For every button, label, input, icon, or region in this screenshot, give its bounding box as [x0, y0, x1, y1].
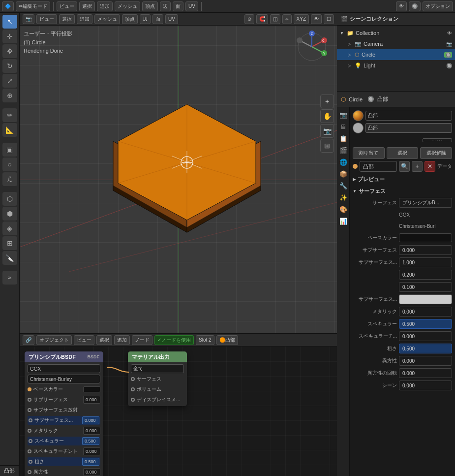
metallic-value[interactable]: 0.000	[83, 427, 100, 435]
circle-render-icon[interactable]: 🔘	[444, 52, 452, 58]
viewport-3d[interactable]: ユーザー・平行投影 (1) Circle Rendering Done X Y	[20, 26, 337, 333]
scene-props-icon[interactable]: 🎬	[338, 145, 349, 156]
select-btn[interactable]: 選択	[387, 147, 419, 159]
overlay-btn[interactable]: 👁	[311, 14, 322, 24]
slot-dropdown[interactable]: Slot 2	[196, 335, 214, 345]
sidebar-lasso-select[interactable]: ℒ	[2, 172, 17, 186]
material-name-field-1[interactable]: 凸部	[365, 111, 452, 121]
collection-toggle[interactable]: ▼	[340, 31, 345, 35]
material-browse-btn[interactable]: 🔍	[399, 161, 410, 172]
camera-btn[interactable]: 📷	[320, 124, 334, 138]
basecolor-value[interactable]	[399, 233, 452, 242]
proportional-edit[interactable]: ⊙	[244, 14, 254, 24]
output-type-select[interactable]: 全て	[131, 364, 184, 373]
material-name-field-2[interactable]: 凸部	[365, 123, 452, 133]
bsdf-subsurface-select[interactable]: Christensen-Burley	[28, 375, 100, 383]
hexagon-object[interactable]	[74, 75, 300, 273]
node-canvas[interactable]: プリンシプルBSDF BSDF GGX Christensen-Burley ベ…	[20, 347, 337, 476]
sidebar-transform-tool[interactable]: ⊕	[2, 89, 17, 102]
subsurface4-value[interactable]: 0.100	[399, 282, 452, 292]
uv-menu[interactable]: UV	[185, 1, 198, 11]
sidebar-rotate-tool[interactable]: ↻	[2, 59, 17, 73]
tree-item-light[interactable]: ▷ 💡 Light 🔘	[337, 60, 455, 71]
material-new-btn[interactable]: +	[412, 161, 423, 172]
edge-menu[interactable]: 辺	[160, 1, 171, 11]
sidebar-smooth-vertex[interactable]: ≈	[2, 271, 17, 285]
add-menu[interactable]: 追加	[97, 1, 113, 11]
data-props-icon[interactable]: 📊	[338, 216, 349, 226]
pan-btn[interactable]: ✋	[320, 109, 334, 123]
viewport-view-menu[interactable]: ビュー	[36, 14, 57, 24]
material-remove-btn[interactable]: ✕	[425, 161, 435, 172]
view-menu[interactable]: ビュー	[57, 1, 77, 11]
viewport-gizmo[interactable]: X Y Z	[295, 30, 329, 65]
output-node[interactable]: マテリアル出力 全て サーフェス ボリューム	[128, 351, 187, 406]
subsurface-value[interactable]: 0.000	[83, 396, 100, 404]
roughness-value[interactable]: 0.500	[399, 344, 452, 353]
node-editor-type-btn[interactable]: 🔗	[23, 335, 34, 345]
sidebar-move-tool[interactable]: ✥	[2, 44, 17, 58]
roughness-value[interactable]: 0.500	[82, 458, 99, 466]
subsurface3-value[interactable]: 0.200	[399, 270, 452, 280]
modifier-props-icon[interactable]: 🔧	[338, 180, 349, 191]
face-menu[interactable]: 面	[173, 1, 183, 11]
speculartint-value[interactable]: 0.000	[83, 447, 100, 455]
transform-orientation[interactable]: XYZ	[294, 14, 309, 24]
tree-item-circle[interactable]: ▷ ⬡ Circle 🔘	[337, 49, 455, 60]
sidebar-annotate-tool[interactable]: ✏	[2, 108, 17, 122]
anisotropy-value[interactable]: 0.000	[83, 468, 100, 476]
vertex-menu[interactable]: 頂点	[142, 1, 158, 11]
sidebar-bevel[interactable]: ◈	[2, 222, 17, 235]
basecolor-value[interactable]	[83, 386, 100, 392]
node-add-menu[interactable]: 追加	[114, 335, 130, 345]
viewport-edge-menu[interactable]: 辺	[140, 14, 151, 24]
sidebar-inset[interactable]: ⬢	[2, 207, 17, 221]
assign-btn[interactable]: 割り当て	[353, 147, 385, 159]
particles-icon[interactable]: ✨	[338, 192, 349, 203]
transform-pivot[interactable]: ⟡	[282, 14, 292, 24]
viewport-vertex-menu[interactable]: 頂点	[122, 14, 138, 24]
world-props-icon[interactable]: 🌐	[338, 157, 349, 167]
material-name-dropdown[interactable]: 凸部	[360, 161, 397, 172]
sidebar-loop-cut[interactable]: ⊞	[2, 236, 17, 250]
viewport-uv-menu[interactable]: UV	[165, 14, 178, 24]
sidebar-scale-tool[interactable]: ⤢	[2, 74, 17, 88]
snap-toggle[interactable]: 🧲	[256, 14, 268, 24]
anisotropyrot-value[interactable]: 0.000	[399, 368, 452, 378]
mirror-toggle[interactable]: ◫	[270, 14, 280, 24]
sidebar-cursor-tool[interactable]: ✛	[2, 30, 17, 43]
blender-menu-icon[interactable]: 🔷	[2, 1, 14, 11]
material-dropdown[interactable]: 🟠 凸部	[216, 335, 238, 345]
render-props-icon[interactable]: 📷	[338, 109, 349, 120]
object-props-icon[interactable]: 📦	[338, 168, 349, 179]
circle-toggle[interactable]: ▷	[348, 53, 353, 57]
light-vis-icon[interactable]: 🔘	[446, 63, 452, 68]
viewport-add-menu[interactable]: 追加	[77, 14, 92, 24]
node-object-dropdown[interactable]: オブジェクト	[36, 335, 72, 345]
viewport-face-menu[interactable]: 面	[152, 14, 163, 24]
metallic-value[interactable]: 0.000	[399, 307, 452, 317]
viewport-select-menu[interactable]: 選択	[59, 14, 75, 24]
select-menu[interactable]: 選択	[79, 1, 95, 11]
camera-render-icon[interactable]: 📷	[446, 41, 452, 47]
sidebar-select-tool[interactable]: ↖	[2, 15, 17, 29]
output-props-icon[interactable]: 🖥	[338, 121, 349, 132]
sidebar-extrude[interactable]: ⬡	[2, 192, 17, 206]
deselect-btn[interactable]: 選択解除	[420, 147, 452, 159]
sidebar-measure-tool[interactable]: 📐	[2, 123, 17, 137]
options-btn[interactable]: オプション	[423, 1, 453, 11]
tree-item-camera[interactable]: ▷ 📷 Camera 📷	[337, 38, 455, 49]
surface-prop-value[interactable]: プリンシプルB...	[399, 198, 452, 208]
mesh-menu[interactable]: メッシュ	[115, 1, 140, 11]
subsurface3-value[interactable]: 0.000	[82, 416, 99, 424]
material-props-icon[interactable]: 🎨	[338, 204, 349, 215]
view-layer-icon[interactable]: 📋	[338, 133, 349, 144]
zoom-in-btn[interactable]: +	[320, 95, 334, 108]
subsurface-color-value[interactable]	[399, 294, 452, 304]
surface-section[interactable]: ▼ サーフェス	[353, 186, 452, 196]
node-node-menu[interactable]: ノード	[132, 335, 152, 345]
specular-value[interactable]: 0.500	[82, 437, 99, 445]
speculartint-value[interactable]: 0.000	[399, 331, 452, 341]
viewport-editor-type[interactable]: 📷	[23, 14, 34, 24]
specular-value[interactable]: 0.500	[399, 319, 452, 329]
